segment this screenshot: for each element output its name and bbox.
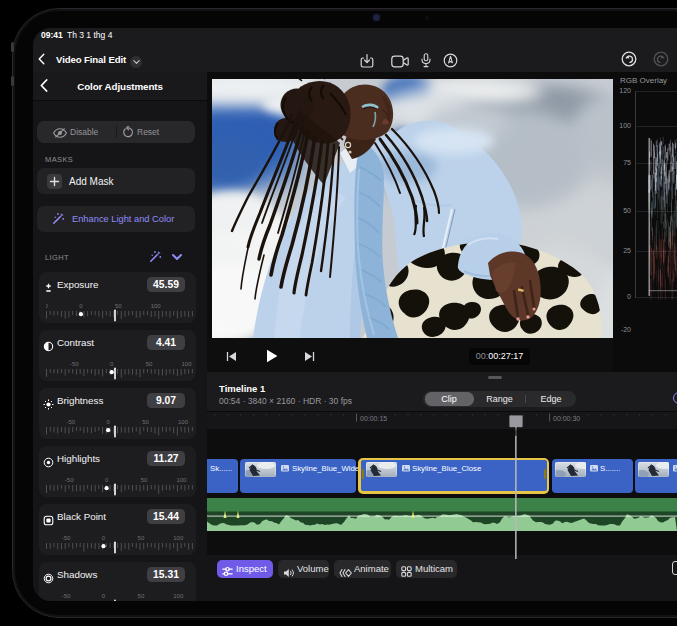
svg-text:00:00:15: 00:00:15 — [360, 415, 387, 422]
svg-text:0: 0 — [105, 477, 109, 483]
svg-text:0: 0 — [102, 593, 106, 599]
svg-text:100: 100 — [176, 477, 187, 483]
svg-text:50: 50 — [142, 419, 149, 425]
svg-text:100: 100 — [173, 535, 184, 541]
svg-text:-50: -50 — [62, 593, 71, 599]
svg-text:-50: -50 — [62, 535, 71, 541]
svg-text:50: 50 — [138, 593, 145, 599]
svg-text:-50: -50 — [39, 303, 48, 309]
svg-text:100: 100 — [181, 361, 192, 367]
svg-text:50: 50 — [141, 477, 148, 483]
svg-text:0: 0 — [79, 303, 83, 309]
svg-text:-50: -50 — [70, 361, 79, 367]
svg-text:50: 50 — [146, 361, 153, 367]
svg-text:0: 0 — [102, 535, 106, 541]
svg-text:100: 100 — [151, 303, 162, 309]
svg-text:100: 100 — [173, 593, 184, 599]
svg-text:-50: -50 — [66, 419, 75, 425]
svg-text:50: 50 — [138, 535, 145, 541]
svg-text:00:00:30: 00:00:30 — [553, 415, 580, 422]
svg-text:100: 100 — [178, 419, 189, 425]
svg-text:0: 0 — [107, 419, 111, 425]
svg-text:-50: -50 — [65, 477, 74, 483]
svg-text:50: 50 — [115, 303, 122, 309]
svg-text:0: 0 — [110, 361, 114, 367]
